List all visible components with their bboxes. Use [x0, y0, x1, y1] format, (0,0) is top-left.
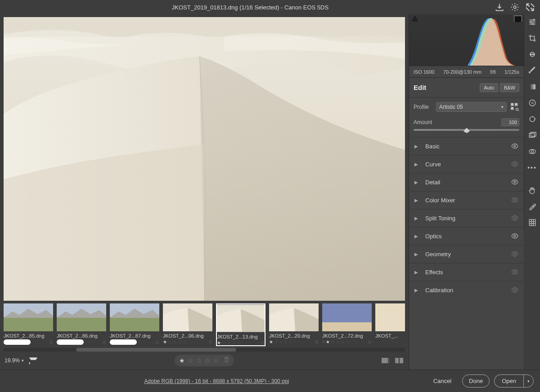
- svg-point-42: [530, 54, 531, 55]
- svg-rect-16: [388, 358, 390, 363]
- svg-rect-17: [395, 358, 399, 363]
- visibility-eye-icon[interactable]: [511, 251, 518, 258]
- thumbnail[interactable]: JKOST_2...13.dng★☆☆☆☆⚙: [216, 303, 266, 346]
- bw-button[interactable]: B&W: [500, 83, 519, 92]
- color-sampler-icon[interactable]: [527, 201, 537, 211]
- highlight-clip-icon[interactable]: [514, 15, 522, 22]
- thumbnail[interactable]: JKOST_...: [375, 303, 405, 346]
- thumbnail[interactable]: JKOST_2...06.dng★☆☆☆☆⚙: [163, 303, 212, 346]
- download-icon[interactable]: [495, 3, 504, 12]
- amount-input[interactable]: [501, 118, 519, 126]
- panel-split-toning[interactable]: ▶Split Toning: [409, 209, 524, 227]
- visibility-eye-icon[interactable]: [511, 233, 518, 240]
- visibility-eye-icon[interactable]: [511, 197, 518, 204]
- svg-point-23: [516, 108, 518, 111]
- profile-select[interactable]: Artistic 05▾: [436, 102, 507, 112]
- shadow-clip-icon[interactable]: [411, 15, 419, 22]
- amount-slider[interactable]: [414, 129, 519, 131]
- slider-handle[interactable]: [464, 127, 470, 132]
- thumbnail-meta: ⚙: [57, 339, 106, 345]
- redeye-icon[interactable]: [527, 114, 537, 124]
- visibility-eye-icon[interactable]: [511, 269, 518, 276]
- done-button[interactable]: Done: [462, 374, 490, 388]
- panel-list: ▶Basic▶Curve▶Detail▶Color Mixer▶Split To…: [409, 137, 524, 370]
- fullscreen-icon[interactable]: [526, 3, 535, 12]
- hand-icon[interactable]: [527, 185, 537, 195]
- image-viewer[interactable]: [4, 17, 405, 301]
- rating-star-2[interactable]: ☆: [188, 357, 194, 364]
- filmstrip-scrollbar[interactable]: [4, 348, 405, 352]
- panel-basic[interactable]: ▶Basic: [409, 137, 524, 155]
- visibility-eye-icon[interactable]: [511, 215, 518, 222]
- thumbnail-meta: ⚙: [4, 339, 53, 345]
- more-icon[interactable]: •••: [527, 163, 537, 173]
- rating-star-5[interactable]: ☆: [213, 357, 219, 364]
- snapshots-icon[interactable]: [527, 130, 537, 140]
- panel-label: Effects: [425, 269, 511, 276]
- single-view-icon[interactable]: [381, 356, 391, 365]
- chevron-right-icon: ▶: [414, 252, 421, 257]
- panel-calibration[interactable]: ▶Calibration: [409, 281, 524, 299]
- shutter-value: 1/125s: [504, 69, 519, 75]
- svg-rect-3: [4, 317, 53, 331]
- grid-icon[interactable]: [527, 218, 537, 227]
- gear-icon[interactable]: [510, 3, 519, 12]
- edit-panel: ISO 1600 70-200@130 mm f/8 1/125s Edit A…: [409, 14, 524, 370]
- compare-view-icon[interactable]: [394, 356, 404, 365]
- open-button[interactable]: Open: [494, 374, 523, 388]
- panel-effects[interactable]: ▶Effects: [409, 263, 524, 281]
- thumbnail[interactable]: JKOST_2...87.dng⚙: [110, 303, 159, 346]
- trash-icon[interactable]: [224, 356, 230, 365]
- thumbnail[interactable]: JKOST_2...20.dng★☆☆☆☆⚙: [269, 303, 319, 346]
- brush-icon[interactable]: [527, 66, 537, 76]
- thumbnail-label: JKOST_2...86.dng: [57, 333, 106, 339]
- visibility-eye-icon[interactable]: [511, 287, 518, 294]
- panel-color-mixer[interactable]: ▶Color Mixer: [409, 191, 524, 209]
- zoom-level[interactable]: 19.9%▾: [4, 357, 24, 364]
- thumbnail[interactable]: JKOST_2...72.dng⧉ ★☆☆☆☆⚙: [322, 303, 372, 346]
- edit-heading: Edit: [414, 84, 478, 91]
- svg-point-33: [514, 289, 516, 291]
- rating-star-1[interactable]: ★: [179, 357, 185, 364]
- linear-gradient-icon[interactable]: [527, 82, 537, 92]
- filter-flag-icon[interactable]: [28, 356, 38, 365]
- workflow-options[interactable]: Adobe RGB (1998) - 16 bit - 8688 x 5792 …: [6, 378, 427, 384]
- thumbnail[interactable]: JKOST_2...86.dng⚙: [57, 303, 106, 346]
- histogram[interactable]: [409, 14, 524, 66]
- svg-rect-19: [515, 17, 521, 22]
- window-title: JKOST_2019_01813.dng (1/16 Selected) - C…: [5, 4, 495, 11]
- svg-rect-14: [29, 362, 30, 364]
- thumbnail-meta: ⚙: [110, 339, 159, 345]
- rating-star-4[interactable]: ☆: [205, 357, 211, 364]
- radial-gradient-icon[interactable]: [527, 98, 537, 108]
- chevron-right-icon: ▶: [414, 288, 421, 293]
- svg-rect-20: [511, 103, 513, 106]
- crop-icon[interactable]: [527, 33, 537, 43]
- sliders-icon[interactable]: [527, 17, 537, 27]
- panel-detail[interactable]: ▶Detail: [409, 173, 524, 191]
- presets-icon[interactable]: [527, 147, 537, 156]
- panel-geometry[interactable]: ▶Geometry: [409, 245, 524, 263]
- svg-point-25: [514, 145, 516, 147]
- panel-curve[interactable]: ▶Curve: [409, 155, 524, 173]
- auto-button[interactable]: Auto: [480, 83, 498, 92]
- visibility-eye-icon[interactable]: [511, 143, 518, 150]
- focal-value: 70-200@130 mm: [443, 69, 482, 75]
- panel-label: Basic: [425, 143, 511, 150]
- svg-point-43: [533, 54, 534, 55]
- amount-label: Amount: [414, 119, 432, 125]
- svg-point-46: [531, 102, 534, 104]
- filmstrip[interactable]: JKOST_2...85.dng⚙JKOST_2...86.dng⚙JKOST_…: [4, 303, 405, 346]
- thumbnail[interactable]: JKOST_2...85.dng⚙: [4, 303, 53, 346]
- heal-icon[interactable]: [527, 49, 537, 59]
- profile-browser-icon[interactable]: [510, 102, 519, 111]
- svg-rect-21: [515, 103, 518, 106]
- cancel-button[interactable]: Cancel: [427, 375, 458, 387]
- visibility-eye-icon[interactable]: [511, 161, 518, 168]
- profile-label: Profile: [414, 104, 432, 110]
- panel-optics[interactable]: ▶Optics: [409, 227, 524, 245]
- panel-label: Color Mixer: [425, 197, 511, 204]
- rating-star-3[interactable]: ☆: [196, 357, 202, 364]
- visibility-eye-icon[interactable]: [511, 179, 518, 186]
- open-button-caret[interactable]: ▾: [523, 374, 534, 388]
